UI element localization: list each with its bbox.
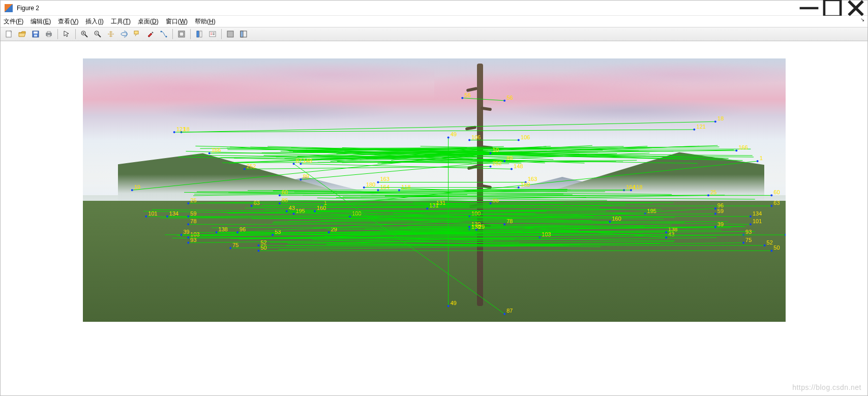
svg-text:134: 134 [169,210,178,217]
svg-text:50: 50 [260,245,266,251]
svg-point-234 [749,223,751,225]
menu-e[interactable]: 编辑(E) [31,17,51,26]
watermark: https://blog.csdn.net [792,383,861,391]
menubar-overflow-icon[interactable]: ↘ [860,17,864,22]
svg-text:101: 101 [148,210,157,217]
svg-point-214 [770,194,772,196]
hide-tools-icon[interactable] [224,28,236,40]
brush-icon[interactable] [144,28,157,40]
svg-point-254 [644,213,646,215]
svg-text:25: 25 [190,197,196,203]
svg-point-173 [173,131,175,133]
svg-text:252: 252 [492,160,501,166]
menu-f[interactable]: 文件(F) [4,17,23,26]
svg-point-294 [475,229,477,231]
new-figure-icon[interactable] [3,28,15,40]
svg-point-304 [763,245,765,247]
svg-point-319 [447,136,449,138]
svg-point-324 [292,163,294,165]
svg-point-323 [503,313,505,315]
dock-icon[interactable] [237,28,250,40]
matlab-app-icon [5,4,13,12]
svg-rect-19 [227,31,233,37]
svg-point-283 [187,242,189,244]
print-icon[interactable] [43,28,55,40]
zoom-out-icon[interactable] [92,28,104,40]
insert-colorbar-icon[interactable] [193,28,205,40]
maximize-button[interactable] [821,1,844,15]
svg-point-268 [187,236,189,238]
svg-point-279 [714,226,716,228]
svg-point-289 [785,234,786,236]
close-button[interactable] [844,1,867,15]
minimize-button[interactable] [797,1,821,15]
svg-text:49: 49 [450,131,456,137]
svg-rect-21 [241,31,243,37]
svg-point-184 [756,160,758,162]
svg-point-198 [377,181,379,183]
svg-text:103: 103 [542,231,551,237]
svg-text:138: 138 [218,226,227,232]
svg-text:121: 121 [696,124,705,130]
svg-text:75: 75 [745,237,752,243]
toolbar-separator [221,29,222,39]
svg-point-169 [714,120,716,123]
svg-text:160: 160 [317,205,326,211]
svg-rect-18 [209,32,216,37]
svg-point-359 [714,213,716,215]
svg-rect-15 [179,32,184,36]
zoom-in-icon[interactable] [78,28,91,40]
svg-point-334 [630,189,632,191]
svg-text:39: 39 [183,229,189,235]
menu-t[interactable]: 工具(T) [111,17,131,26]
rotate3d-icon[interactable] [118,28,130,40]
svg-text:63: 63 [773,200,780,206]
menu-h[interactable]: 帮助(H) [195,17,216,26]
svg-text:63: 63 [253,200,259,206]
svg-line-162 [462,98,504,101]
figure-canvas[interactable]: 5656181812112110610611166166148148163163… [1,41,867,395]
svg-text:148: 148 [303,158,312,164]
svg-text:163: 163 [380,176,389,182]
svg-point-338 [363,187,365,189]
svg-text:78: 78 [506,218,513,224]
toolbar [1,27,867,41]
svg-text:18: 18 [717,115,723,121]
svg-point-213 [278,194,280,196]
link-icon[interactable] [175,28,188,40]
svg-point-223 [278,202,280,204]
svg-text:1: 1 [759,155,762,161]
svg-point-314 [770,250,772,252]
save-icon[interactable] [29,28,42,40]
svg-point-203 [377,189,379,191]
svg-text:164: 164 [380,184,389,190]
svg-point-358 [187,216,189,218]
menu-d[interactable]: 桌面(D) [138,17,159,26]
svg-point-329 [489,152,491,154]
feature-match-overlay: 5656181812112110610611166166148148163163… [83,58,786,322]
svg-point-269 [538,236,541,238]
open-icon[interactable] [16,28,28,40]
menu-w[interactable]: 窗口(W) [166,17,188,26]
svg-text:59: 59 [717,208,723,214]
pointer-icon[interactable] [61,28,73,40]
datatip-icon[interactable] [131,28,143,40]
svg-text:60: 60 [281,189,287,195]
menu-v[interactable]: 查看(V) [58,17,78,26]
svg-point-308 [229,247,231,249]
svg-text:106: 106 [471,134,481,140]
svg-point-13 [166,36,167,38]
svg-point-313 [257,250,259,252]
svg-text:39: 39 [717,221,723,227]
insert-legend-icon[interactable] [206,28,219,40]
svg-text:118: 118 [633,184,642,190]
colorbar-icon[interactable] [158,28,170,40]
menu-i[interactable]: 插入(I) [85,17,103,26]
svg-text:56: 56 [464,92,470,98]
window-title: Figure 2 [16,5,797,12]
svg-point-163 [461,97,463,99]
pan-icon[interactable] [105,28,117,40]
svg-text:75: 75 [232,242,238,248]
svg-rect-6 [47,32,50,33]
svg-point-339 [517,187,519,189]
